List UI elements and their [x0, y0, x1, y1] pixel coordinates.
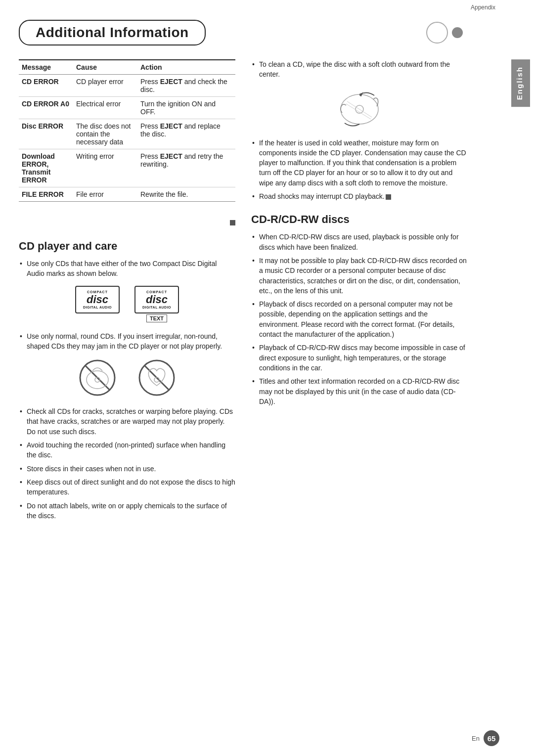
table-cell-message-5: FILE ERROR	[19, 187, 73, 202]
main-content: Additional Information Message Cause Act…	[0, 11, 507, 540]
title-circle-decoration	[426, 22, 448, 44]
table-cell-message-4: Download ERROR, Transmit ERROR	[19, 149, 73, 187]
two-column-layout: Message Cause Action CD ERROR CD player …	[19, 59, 468, 526]
language-tab: English	[511, 59, 530, 107]
page-en-label: En	[472, 735, 480, 742]
cd-irregular-svg-1	[78, 358, 117, 398]
error-table: Message Cause Action CD ERROR CD player …	[19, 59, 235, 202]
table-row: CD ERROR A0 Electrical error Turn the ig…	[19, 97, 235, 119]
svg-line-9	[347, 101, 372, 117]
page-container: Appendix English Additional Information	[0, 0, 534, 756]
page-title-section: Additional Information	[19, 20, 468, 45]
table-cell-cause-2: Electrical error	[73, 97, 137, 119]
table-cell-action-2: Turn the ignition ON and OFF.	[137, 97, 235, 119]
cd-logo-1-middle: disc	[87, 294, 108, 305]
cd-logo-2-box: COMPACT disc DIGITAL AUDIO	[134, 286, 179, 313]
table-cell-cause-3: The disc does not contain the necessary …	[73, 119, 137, 149]
list-item: Use only CDs that have either of the two…	[19, 259, 235, 279]
list-item: When CD-R/CD-RW discs are used, playback…	[251, 232, 468, 252]
list-item: Road shocks may interrupt CD playback.	[251, 191, 468, 201]
table-cell-message-2: CD ERROR A0	[19, 97, 73, 119]
end-symbol-table	[230, 220, 235, 225]
appendix-label: Appendix	[471, 4, 495, 11]
right-col-bullets-top: To clean a CD, wipe the disc with a soft…	[251, 59, 468, 80]
right-col-bullets-mid: If the heater is used in cold weather, m…	[251, 138, 468, 202]
cd-clean-image	[251, 86, 468, 130]
end-symbol-road	[386, 194, 391, 200]
title-dot-decoration	[452, 27, 463, 38]
cd-logo-1-box: COMPACT disc DIGITAL AUDIO	[75, 286, 120, 313]
table-header-message: Message	[19, 60, 73, 75]
svg-point-2	[87, 371, 108, 389]
table-cell-action-4: Press EJECT and retry the rewriting.	[137, 149, 235, 187]
cd-logo-1-bottom: DIGITAL AUDIO	[83, 306, 112, 309]
list-item: Playback of CD-R/CD-RW discs may become …	[251, 343, 468, 373]
list-item: Avoid touching the recorded (non-printed…	[19, 440, 235, 460]
cd-rw-bullet-list: When CD-R/CD-RW discs are used, playback…	[251, 232, 468, 406]
title-right-area	[206, 22, 468, 44]
table-cell-cause-4: Writing error	[73, 149, 137, 187]
list-item: Check all CDs for cracks, scratches or w…	[19, 406, 235, 437]
page-number: 65	[484, 730, 499, 746]
table-cell-action-3: Press EJECT and replace the disc.	[137, 119, 235, 149]
table-cell-cause-1: CD player error	[73, 75, 137, 97]
table-footer	[19, 217, 235, 228]
cd-player-bullet-list-3: Check all CDs for cracks, scratches or w…	[19, 406, 235, 521]
list-item: It may not be possible to play back CD-R…	[251, 256, 468, 296]
cd-img-2	[137, 358, 177, 398]
table-row: Download ERROR, Transmit ERROR Writing e…	[19, 149, 235, 187]
svg-line-1	[86, 366, 109, 390]
svg-line-10	[346, 104, 371, 119]
sidebar-right: English	[507, 0, 534, 756]
cd-player-care-title: CD player and care	[19, 240, 235, 253]
cd-rw-title: CD-R/CD-RW discs	[251, 213, 468, 226]
cd-clean-svg	[332, 86, 387, 130]
page-title: Additional Information	[19, 20, 206, 45]
cd-logo-2-text: TEXT	[146, 314, 167, 322]
cd-img-1	[78, 358, 117, 398]
cd-logo-1: COMPACT disc DIGITAL AUDIO	[75, 286, 120, 322]
table-cell-action-5: Rewrite the file.	[137, 187, 235, 202]
list-item: Use only normal, round CDs. If you inser…	[19, 331, 235, 352]
top-bar: Appendix	[0, 0, 534, 11]
right-column: To clean a CD, wipe the disc with a soft…	[251, 59, 468, 526]
list-item: Store discs in their cases when not in u…	[19, 464, 235, 474]
cd-logo-2-bottom: DIGITAL AUDIO	[142, 306, 171, 309]
table-cell-cause-5: File error	[73, 187, 137, 202]
list-item: If the heater is used in cold weather, m…	[251, 138, 468, 188]
table-cell-message-3: Disc ERROR	[19, 119, 73, 149]
list-item: Do not attach labels, write on or apply …	[19, 501, 235, 521]
cd-shape-images	[19, 358, 235, 398]
table-row: Disc ERROR The disc does not contain the…	[19, 119, 235, 149]
cd-player-bullet-list: Use only CDs that have either of the two…	[19, 259, 235, 279]
table-row: CD ERROR CD player error Press EJECT and…	[19, 75, 235, 97]
cd-irregular-svg-2	[137, 358, 177, 398]
page-bottom: En 65	[472, 730, 499, 746]
cd-logo-2: COMPACT disc DIGITAL AUDIO TEXT	[134, 286, 179, 322]
table-header-action: Action	[137, 60, 235, 75]
table-row: FILE ERROR File error Rewrite the file.	[19, 187, 235, 202]
table-header-cause: Cause	[73, 60, 137, 75]
table-cell-action-1: Press EJECT and check the disc.	[137, 75, 235, 97]
list-item: Keep discs out of direct sunlight and do…	[19, 477, 235, 497]
cd-logo-2-middle: disc	[146, 294, 168, 305]
left-column: Message Cause Action CD ERROR CD player …	[19, 59, 235, 526]
cd-logos: COMPACT disc DIGITAL AUDIO COMPACT disc …	[19, 286, 235, 322]
cd-player-bullet-list-2: Use only normal, round CDs. If you inser…	[19, 331, 235, 352]
list-item: Playback of discs recorded on a personal…	[251, 299, 468, 339]
list-item: Titles and other text information record…	[251, 376, 468, 406]
table-cell-message-1: CD ERROR	[19, 75, 73, 97]
list-item: To clean a CD, wipe the disc with a soft…	[251, 59, 468, 80]
